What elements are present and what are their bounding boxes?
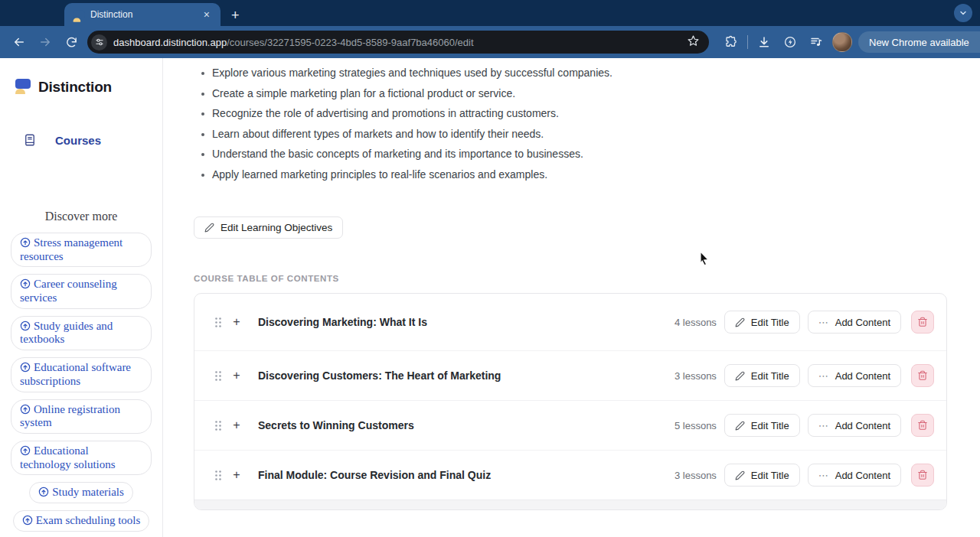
discover-pill[interactable]: Exam scheduling tools: [13, 510, 150, 532]
browser-tab[interactable]: Distinction ×: [64, 3, 220, 26]
course-edit-main: Explore various marketing strategies and…: [163, 58, 980, 537]
bookmark-star-icon[interactable]: [687, 34, 700, 50]
address-bar[interactable]: dashboard.distinction.app/courses/322715…: [87, 31, 709, 54]
profile-avatar[interactable]: [832, 32, 852, 52]
reload-button[interactable]: [61, 32, 81, 52]
edit-learning-objectives-button[interactable]: Edit Learning Objectives: [194, 216, 343, 239]
new-tab-button[interactable]: +: [231, 8, 240, 22]
delete-module-button[interactable]: [911, 464, 934, 487]
add-content-button[interactable]: ⋯Add Content: [808, 414, 901, 437]
module-row: + Discovering Marketing: What It Is 4 le…: [194, 294, 946, 350]
circle-up-arrow-icon: [22, 515, 33, 526]
trash-icon: [917, 317, 928, 327]
delete-module-button[interactable]: [911, 364, 934, 387]
pill-label: Educational technology solutions: [20, 444, 116, 470]
toolbar-separator: [747, 35, 748, 49]
add-content-button[interactable]: ⋯Add Content: [808, 364, 901, 387]
drag-handle-icon[interactable]: [214, 317, 222, 328]
add-content-label: Add Content: [835, 470, 890, 481]
forward-button[interactable]: [35, 32, 55, 52]
objective-item: Create a simple marketing plan for a fic…: [194, 87, 947, 99]
media-controls-icon[interactable]: [806, 32, 826, 52]
pencil-icon: [735, 421, 745, 431]
circle-up-arrow-icon: [20, 278, 31, 289]
discover-more-title: Discover more: [0, 210, 162, 223]
ellipsis-icon: ⋯: [818, 317, 829, 328]
edit-title-button[interactable]: Edit Title: [724, 464, 800, 487]
circle-up-arrow-icon: [20, 445, 31, 456]
sidebar: Distinction Courses Discover more Stress…: [0, 58, 163, 537]
pill-label: Study materials: [52, 486, 124, 498]
circle-up-arrow-icon: [38, 487, 49, 497]
trash-icon: [917, 470, 928, 480]
drag-handle-icon[interactable]: [214, 470, 222, 481]
objective-item: Apply learned marketing principles to re…: [194, 168, 947, 181]
pencil-icon: [735, 317, 745, 327]
browser-toolbar: dashboard.distinction.app/courses/322715…: [0, 26, 980, 58]
module-title: Discovering Marketing: What It Is: [258, 316, 427, 328]
objective-item: Recognize the role of advertising and pr…: [194, 107, 947, 119]
edit-title-label: Edit Title: [751, 420, 789, 431]
pill-label: Career counseling services: [20, 278, 117, 304]
module-row: + Final Module: Course Revision and Fina…: [194, 450, 946, 500]
add-content-label: Add Content: [835, 317, 890, 328]
circle-up-arrow-icon: [20, 362, 31, 373]
chevron-down-icon: [959, 8, 968, 18]
discover-pill[interactable]: Stress management resources: [11, 233, 152, 267]
lesson-count: 4 lessons: [675, 317, 717, 328]
pill-label: Online registration system: [20, 403, 120, 429]
discover-pill[interactable]: Educational technology solutions: [11, 441, 152, 475]
lesson-count: 5 lessons: [675, 420, 717, 431]
lesson-count: 3 lessons: [675, 370, 717, 382]
toc-heading: COURSE TABLE OF CONTENTS: [194, 274, 947, 283]
tab-title: Distinction: [90, 9, 201, 20]
add-content-label: Add Content: [835, 370, 890, 382]
discover-pill[interactable]: Study materials: [29, 482, 133, 503]
expand-module-icon[interactable]: +: [232, 315, 241, 329]
discover-pill[interactable]: Educational software subscriptions: [11, 357, 152, 392]
delete-module-button[interactable]: [911, 311, 934, 334]
edit-learning-objectives-label: Edit Learning Objectives: [220, 222, 332, 233]
tab-close-icon[interactable]: ×: [201, 8, 213, 21]
downloads-icon[interactable]: [754, 32, 774, 52]
tab-favicon: [72, 10, 81, 19]
toc-card-footer: [194, 500, 946, 509]
sidebar-item-label: Courses: [55, 134, 101, 147]
ellipsis-icon: ⋯: [818, 470, 829, 481]
brand[interactable]: Distinction: [0, 78, 162, 96]
extensions-puzzle-icon[interactable]: [721, 32, 741, 52]
discover-pill[interactable]: Study guides and textbooks: [11, 316, 152, 350]
add-content-button[interactable]: ⋯Add Content: [808, 311, 901, 334]
sidebar-item-courses[interactable]: Courses: [0, 133, 162, 147]
discover-pill-list: Stress management resources Career couns…: [0, 233, 162, 537]
objective-item: Explore various marketing strategies and…: [194, 67, 947, 79]
edit-title-label: Edit Title: [751, 470, 789, 481]
tab-search-button[interactable]: [954, 4, 972, 22]
chrome-update-button[interactable]: New Chrome available ⋮: [858, 31, 980, 53]
drag-handle-icon[interactable]: [214, 370, 222, 382]
discover-pill[interactable]: Career counseling services: [11, 274, 152, 308]
pill-label: Stress management resources: [20, 236, 122, 262]
circle-up-arrow-icon: [20, 404, 31, 415]
expand-module-icon[interactable]: +: [232, 369, 241, 382]
delete-module-button[interactable]: [911, 414, 934, 437]
drag-handle-icon[interactable]: [214, 420, 222, 431]
circle-up-arrow-icon: [20, 237, 31, 248]
browser-menu-icon[interactable]: ⋮: [975, 35, 980, 49]
site-settings-icon[interactable]: [91, 34, 107, 50]
pill-label: Study guides and textbooks: [20, 320, 113, 346]
book-icon: [23, 133, 37, 147]
add-content-label: Add Content: [835, 420, 890, 431]
back-button[interactable]: [9, 32, 29, 52]
edit-title-button[interactable]: Edit Title: [724, 311, 800, 334]
module-title: Secrets to Winning Customers: [258, 419, 414, 431]
speed-extension-icon[interactable]: [780, 32, 800, 52]
url-text[interactable]: dashboard.distinction.app/courses/322715…: [113, 37, 681, 48]
circle-up-arrow-icon: [20, 321, 31, 331]
expand-module-icon[interactable]: +: [232, 418, 241, 432]
add-content-button[interactable]: ⋯Add Content: [808, 464, 901, 487]
expand-module-icon[interactable]: +: [232, 468, 241, 482]
discover-pill[interactable]: Online registration system: [11, 399, 152, 434]
edit-title-button[interactable]: Edit Title: [724, 414, 800, 437]
edit-title-button[interactable]: Edit Title: [724, 364, 800, 387]
